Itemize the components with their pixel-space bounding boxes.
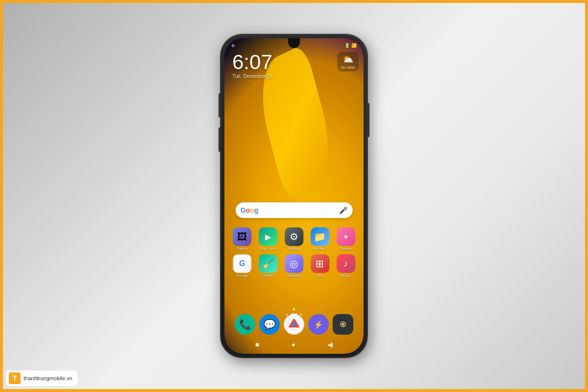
nav-recents[interactable]: ■ (255, 341, 259, 348)
app-filemanager[interactable]: 📁 File Man... (309, 227, 331, 250)
app-row-1: 🖼 Gallery ▶ Play Store ⚙ Settings 📁 File… (231, 227, 357, 250)
settings-label: Settings (288, 247, 300, 250)
phone-device: ⚙ 🔋 📶 6:07 Tue, December 26 ⛅ No data (220, 34, 368, 358)
app-playstore[interactable]: ▶ Play Store (257, 227, 279, 250)
google-label: Google (237, 274, 248, 277)
app-music[interactable]: ♪ Music (335, 254, 357, 277)
music-icon: ♪ (337, 254, 355, 273)
nav-back[interactable]: ◀ (327, 341, 333, 348)
cleaner-label: Cleaner (262, 274, 274, 277)
assistant-icon: ◎ (285, 254, 303, 273)
nav-bar: ■ ● ◀ (224, 338, 364, 351)
weather-widget: ⛅ No data (337, 52, 359, 72)
phone-bezel: ⚙ 🔋 📶 6:07 Tue, December 26 ⛅ No data (224, 38, 364, 354)
playstore-label: Play Store (260, 247, 276, 250)
app-row-2: G Google 🧹 Cleaner ◎ Assistant ⊞ Too (231, 254, 357, 277)
gallery-label: Gallery (237, 247, 247, 250)
svg-point-5 (342, 323, 344, 326)
dock-phone[interactable]: 📞 (235, 314, 255, 335)
battery-icon: 🔋 (344, 43, 350, 48)
app-google[interactable]: G Google (231, 254, 253, 277)
signal-icon: 📶 (351, 43, 357, 48)
dock-camera[interactable] (333, 314, 353, 335)
filemanager-icon: 📁 (311, 227, 329, 246)
dock-chrome[interactable] (284, 314, 304, 335)
mic-icon[interactable]: 🎤 (339, 206, 347, 214)
themes-icon: ✦ (337, 227, 355, 246)
app-tools[interactable]: ⊞ Tools (309, 254, 331, 277)
tools-label: Tools (316, 274, 324, 277)
themes-label: Themes (340, 247, 352, 250)
swipe-indicator: ▲ (292, 306, 296, 311)
tools-icon: ⊞ (311, 254, 329, 273)
search-bar[interactable]: Goog 🎤 (236, 202, 353, 218)
svg-point-2 (292, 323, 295, 326)
weather-icon: ⛅ (341, 54, 355, 65)
gallery-icon: 🖼 (233, 227, 251, 246)
filemanager-label: File Man... (312, 247, 328, 250)
app-settings[interactable]: ⚙ Settings (283, 227, 305, 250)
cleaner-icon: 🧹 (259, 254, 277, 273)
settings-status-icon: ⚙ (231, 44, 235, 48)
playstore-icon: ▶ (259, 227, 277, 246)
watermark: T thanhtrungmobile.vn (6, 370, 77, 386)
app-themes[interactable]: ✦ Themes (335, 227, 357, 250)
settings-icon: ⚙ (285, 227, 303, 246)
watermark-text: thanhtrungmobile.vn (24, 375, 73, 381)
clock-date: Tue, December 26 (232, 74, 272, 79)
dock-bolt[interactable]: ⚡ (308, 314, 329, 335)
assistant-label: Assistant (287, 274, 301, 277)
clock-time: 6:07 (232, 52, 272, 73)
google-logo: Goog (241, 206, 259, 214)
google-app-icon: G (233, 254, 251, 273)
nav-home[interactable]: ● (291, 341, 295, 348)
watermark-icon: T (9, 372, 21, 384)
app-gallery[interactable]: 🖼 Gallery (231, 227, 253, 250)
clock-area: 6:07 Tue, December 26 (232, 52, 272, 79)
weather-label: No data (341, 65, 355, 70)
app-cleaner[interactable]: 🧹 Cleaner (257, 254, 279, 277)
app-assistant[interactable]: ◎ Assistant (283, 254, 305, 277)
app-grid: 🖼 Gallery ▶ Play Store ⚙ Settings 📁 File… (231, 227, 357, 277)
phone-screen: ⚙ 🔋 📶 6:07 Tue, December 26 ⛅ No data (224, 38, 364, 354)
dock-messages[interactable]: 💬 (259, 314, 280, 335)
app-dock: 📞 💬 ⚡ (233, 314, 355, 335)
status-left: ⚙ (231, 44, 235, 48)
status-right: 🔋 📶 (344, 43, 357, 48)
music-label: Music (342, 274, 350, 277)
